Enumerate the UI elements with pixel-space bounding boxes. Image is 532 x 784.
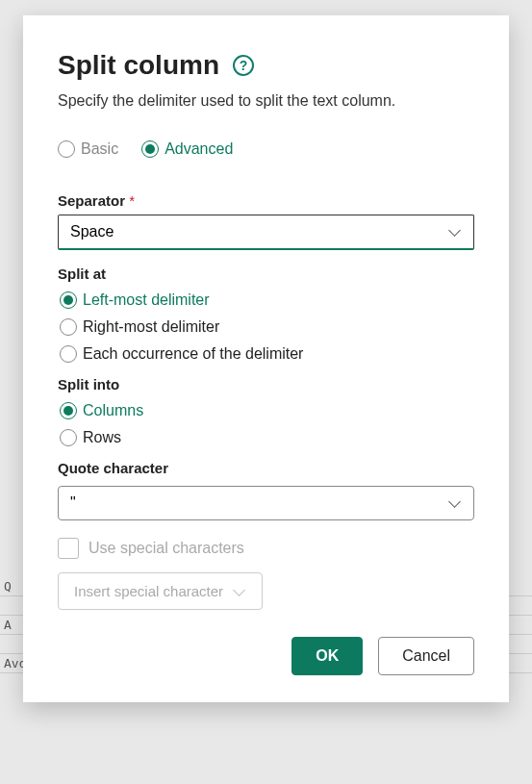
mode-basic-radio[interactable]: Basic: [58, 140, 118, 158]
chevron-down-icon: [448, 225, 462, 239]
split-into-rows-radio[interactable]: Rows: [60, 429, 474, 446]
mode-advanced-radio[interactable]: Advanced: [141, 140, 233, 158]
split-into-columns-radio[interactable]: Columns: [60, 402, 474, 419]
required-mark: *: [129, 192, 135, 209]
dialog-title: Split column: [58, 50, 219, 81]
split-into-rows-label: Rows: [83, 429, 121, 446]
insert-special-char-button: Insert special character: [58, 572, 263, 610]
quote-char-value: ": [70, 494, 76, 512]
dialog-subtitle: Specify the delimiter used to split the …: [58, 92, 474, 110]
mode-advanced-label: Advanced: [165, 140, 233, 158]
radio-icon: [60, 291, 77, 309]
ok-button[interactable]: OK: [291, 637, 363, 675]
cancel-button[interactable]: Cancel: [378, 637, 474, 675]
split-into-group: Columns Rows: [60, 402, 474, 446]
split-at-left-radio[interactable]: Left-most delimiter: [60, 291, 474, 309]
separator-value: Space: [70, 223, 114, 240]
split-at-right-label: Right-most delimiter: [83, 318, 219, 336]
use-special-chars-checkbox[interactable]: [58, 538, 79, 559]
use-special-chars-label: Use special characters: [89, 540, 244, 557]
split-at-each-radio[interactable]: Each occurrence of the delimiter: [60, 345, 474, 363]
split-into-label: Split into: [58, 376, 474, 392]
split-into-columns-label: Columns: [83, 402, 143, 419]
separator-label: Separator *: [58, 192, 474, 209]
radio-icon: [60, 402, 77, 419]
radio-icon: [58, 140, 75, 158]
separator-select[interactable]: Space: [58, 215, 474, 250]
split-at-right-radio[interactable]: Right-most delimiter: [60, 318, 474, 336]
insert-special-char-label: Insert special character: [74, 583, 223, 599]
split-at-left-label: Left-most delimiter: [83, 291, 210, 309]
mode-radio-group: Basic Advanced: [58, 140, 474, 158]
quote-char-label: Quote character: [58, 460, 474, 476]
radio-icon: [141, 140, 159, 158]
quote-char-select[interactable]: ": [58, 486, 474, 520]
split-column-dialog: Split column ? Specify the delimiter use…: [23, 15, 509, 702]
split-at-group: Left-most delimiter Right-most delimiter…: [60, 291, 474, 363]
radio-icon: [60, 318, 77, 336]
chevron-down-icon: [233, 585, 246, 598]
mode-basic-label: Basic: [81, 140, 118, 158]
chevron-down-icon: [448, 496, 462, 510]
radio-icon: [60, 345, 77, 363]
split-at-label: Split at: [58, 266, 474, 282]
radio-icon: [60, 429, 77, 446]
split-at-each-label: Each occurrence of the delimiter: [83, 345, 303, 363]
help-icon[interactable]: ?: [233, 55, 254, 76]
